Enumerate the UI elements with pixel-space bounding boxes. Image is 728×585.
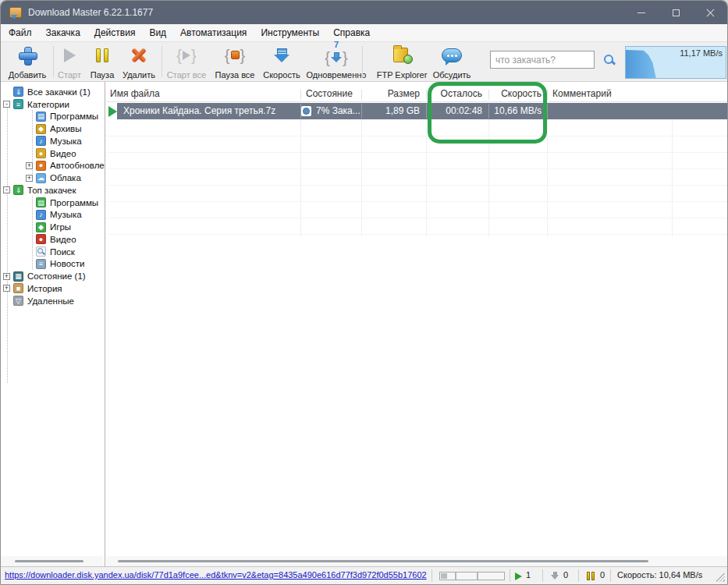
discuss-icon: [442, 48, 462, 62]
close-button[interactable]: [693, 1, 727, 24]
column-divider[interactable]: [361, 90, 362, 100]
pause-icon: [94, 44, 110, 66]
sidebar-item-top-video[interactable]: ● Видео: [1, 233, 105, 246]
paused-downloads-icon: [587, 572, 596, 582]
cell-divider: [426, 104, 427, 119]
grid-line: [106, 201, 727, 202]
sidebar-item-music[interactable]: ♪ Музыка: [1, 135, 105, 147]
sidebar-item-label: Видео: [50, 149, 76, 158]
column-divider[interactable]: [547, 90, 548, 100]
start-all-button[interactable]: {} Старт все: [163, 44, 210, 80]
column-header-filename[interactable]: Имя файла: [110, 88, 297, 99]
app-window: Download Master 6.22.1.1677 Файл Закачка…: [0, 0, 728, 585]
sidebar-item-categories[interactable]: - ≡ Категории: [1, 98, 105, 111]
discuss-button-label: Обсудить: [433, 70, 471, 80]
speed-graph-label: 11,17 MB/s: [680, 48, 723, 58]
tree-expander[interactable]: +: [3, 273, 10, 280]
sidebar-item-label: Автообновле: [50, 161, 105, 170]
download-url-link[interactable]: https://downloader.disk.yandex.ua/disk/7…: [5, 570, 427, 580]
maximize-button[interactable]: [659, 1, 693, 24]
sidebar-item-history[interactable]: + ■ История: [1, 282, 105, 295]
search-input[interactable]: [490, 51, 595, 69]
sidebar-item-top-downloads[interactable]: - ⇓ Топ закачек: [1, 184, 105, 197]
tree-expander[interactable]: -: [3, 101, 10, 108]
waiting-downloads-icon: [551, 572, 559, 580]
music-icon: ♪: [36, 136, 46, 146]
category-tree: ⇓ Все закачки (1) - ≡ Категории ▤ Програ…: [1, 86, 105, 307]
column-header-status[interactable]: Состояние: [306, 88, 360, 99]
progress-segment-divider: [477, 573, 478, 580]
pause-all-button[interactable]: {} Пауза все: [210, 44, 260, 80]
main-content: ⇓ Все закачки (1) - ≡ Категории ▤ Програ…: [1, 82, 727, 566]
menu-file[interactable]: Файл: [2, 24, 39, 41]
column-header-comment[interactable]: Комментарий: [552, 88, 646, 99]
active-downloads-icon: [515, 573, 522, 580]
tree-expander[interactable]: +: [26, 162, 33, 169]
sidebar-item-deleted[interactable]: ▽ Удаленные: [1, 295, 105, 307]
tree-expander[interactable]: +: [26, 175, 33, 182]
speed-graph-panel: 11,17 MB/s: [625, 46, 726, 79]
sidebar-item-label: Программы: [50, 112, 98, 121]
column-divider[interactable]: [488, 90, 489, 100]
sidebar-item-all-downloads[interactable]: ⇓ Все закачки (1): [1, 86, 105, 98]
sidebar-item-clouds[interactable]: + ☁ Облака: [1, 172, 105, 184]
total-progress-bar: [439, 572, 505, 580]
delete-button[interactable]: Удалить: [118, 44, 160, 80]
statusbar-separator: [610, 569, 611, 582]
sidebar-item-search[interactable]: Поиск: [1, 246, 105, 258]
start-all-button-label: Старт все: [167, 70, 206, 80]
news-icon: ≡: [36, 259, 46, 269]
tree-expander[interactable]: -: [3, 186, 10, 193]
sidebar-item-label: Поиск: [50, 247, 75, 257]
sidebar-item-video[interactable]: ● Видео: [1, 147, 105, 160]
discuss-button[interactable]: Обсудить: [425, 44, 478, 80]
sidebar-horizontal-scrollbar[interactable]: [1, 556, 104, 566]
menu-automation[interactable]: Автоматизация: [173, 24, 254, 41]
menu-actions[interactable]: Действия: [87, 24, 143, 41]
pause-button-label: Пауза: [91, 70, 115, 80]
sidebar-item-label: История: [27, 284, 62, 293]
column-header-remaining[interactable]: Осталось: [428, 88, 482, 99]
sidebar-item-archives[interactable]: ◆ Архивы: [1, 122, 105, 135]
search-icon[interactable]: [603, 54, 616, 66]
menu-view[interactable]: Вид: [142, 24, 173, 41]
column-divider[interactable]: [300, 90, 301, 100]
add-icon: [19, 47, 36, 64]
speed-limit-button[interactable]: Скорость: [258, 44, 305, 80]
add-button[interactable]: Добавить: [4, 44, 51, 80]
start-button[interactable]: Старт: [54, 44, 85, 80]
table-row[interactable]: Хроники Кайдана. Серия третья.7z 7% Зака…: [117, 103, 727, 119]
sidebar-item-news[interactable]: ≡ Новости: [1, 258, 105, 271]
column-header-size[interactable]: Размер: [357, 88, 420, 99]
pause-all-button-label: Пауза все: [215, 70, 255, 80]
list-horizontal-scrollbar[interactable]: [106, 556, 727, 566]
list-scrollbar-thumb[interactable]: [118, 560, 648, 562]
sidebar-item-games[interactable]: ◆ Игры: [1, 221, 105, 233]
minimize-button[interactable]: [624, 1, 659, 24]
cell-divider: [547, 104, 548, 119]
sidebar-item-programs[interactable]: ▤ Программы: [1, 111, 105, 123]
history-icon: ■: [13, 283, 23, 293]
simultaneous-button[interactable]: 7 { } Одновременно: [304, 44, 368, 80]
categories-icon: ≡: [13, 99, 23, 109]
tree-expander[interactable]: +: [3, 285, 10, 292]
column-divider[interactable]: [426, 90, 427, 100]
sidebar-scrollbar-thumb[interactable]: [15, 560, 83, 562]
sidebar-item-top-programs[interactable]: ▤ Программы: [1, 197, 105, 209]
resize-grip[interactable]: [716, 573, 725, 582]
title-bar[interactable]: Download Master 6.22.1.1677: [1, 1, 727, 24]
sidebar-item-top-music[interactable]: ♪ Музыка: [1, 209, 105, 222]
sidebar-item-status[interactable]: + ▦ Состояние (1): [1, 270, 105, 282]
archives-icon: ◆: [36, 124, 46, 134]
start-icon: [64, 48, 76, 62]
menu-tools[interactable]: Инструменты: [254, 24, 326, 41]
menu-download[interactable]: Закачка: [39, 24, 87, 41]
pause-button[interactable]: Пауза: [85, 44, 119, 80]
sidebar-item-autoupdate[interactable]: + ● Автообновле: [1, 160, 105, 172]
app-icon: [9, 7, 22, 18]
sidebar-item-label: Музыка: [50, 136, 82, 146]
speed-limit-icon: [274, 48, 289, 62]
simultaneous-count-badge: 7: [334, 40, 339, 49]
column-header-speed[interactable]: Скорость: [487, 88, 542, 99]
progress-icon: [301, 106, 311, 116]
